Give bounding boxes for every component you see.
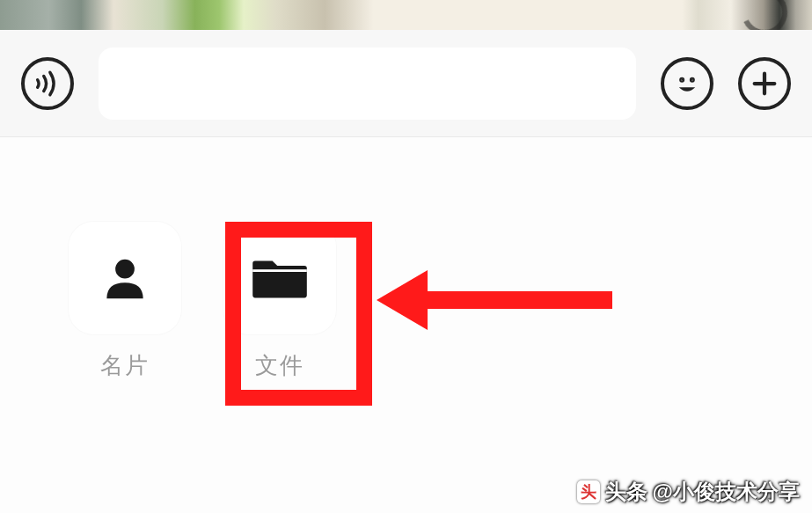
- attach-icon-box: [69, 222, 181, 334]
- sound-wave-icon: [33, 69, 62, 99]
- chat-header-photo-strip: [0, 0, 812, 30]
- message-text-input[interactable]: [99, 48, 636, 120]
- folder-icon: [249, 253, 311, 303]
- attach-label: 文件: [255, 350, 304, 381]
- chat-input-bar: [0, 30, 812, 137]
- smile-icon: [669, 66, 705, 101]
- attach-item-file[interactable]: 文件: [223, 222, 336, 381]
- watermark-prefix: 头条: [605, 478, 647, 506]
- svg-point-1: [691, 78, 693, 80]
- attach-item-contact-card[interactable]: 名片: [69, 222, 181, 381]
- watermark: 头 头条 @小俊技术分享: [577, 478, 800, 506]
- person-icon: [98, 251, 152, 305]
- more-attachments-button[interactable]: [738, 57, 791, 110]
- svg-rect-3: [252, 269, 307, 272]
- watermark-handle: @小俊技术分享: [653, 478, 800, 506]
- watermark-logo-icon: 头: [577, 480, 600, 503]
- svg-point-2: [115, 260, 135, 279]
- attachment-panel: 名片 文件: [0, 137, 812, 381]
- plus-icon: [750, 69, 779, 99]
- emoji-button[interactable]: [661, 57, 713, 110]
- svg-point-0: [681, 78, 683, 80]
- screenshot-stage: 名片 文件 头 头条 @小俊技术分享: [0, 0, 812, 513]
- voice-input-button[interactable]: [21, 57, 74, 110]
- attach-icon-box: [223, 222, 336, 334]
- attach-label: 名片: [100, 350, 150, 381]
